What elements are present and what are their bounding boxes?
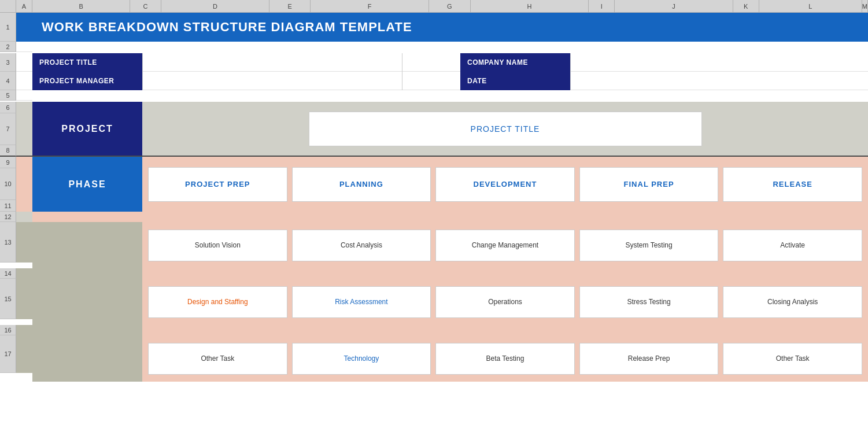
col-header-g: G [429, 0, 470, 12]
row-15: 15 Design and Staffing Risk Assessment O… [0, 279, 868, 325]
phase-section: PHASE PROJECT PREP PLANNING DEVELOPMENT … [32, 157, 868, 212]
row-17: 17 Other Task Technology Beta Testing Re… [0, 335, 868, 382]
row-num-6: 6 [0, 102, 16, 113]
task-change-management[interactable]: Change Management [435, 230, 575, 261]
col-a-5 [16, 90, 32, 101]
project-section-wrapper: 6 7 8 PROJECT PROJECT TITLE [0, 102, 868, 157]
phase-development[interactable]: DEVELOPMENT [435, 167, 575, 202]
task-cost-analysis[interactable]: Cost Analysis [292, 230, 431, 261]
task-release-prep[interactable]: Release Prep [579, 343, 719, 375]
row-num-11: 11 [0, 200, 16, 212]
task-row-3: Other Task Technology Beta Testing Relea… [32, 335, 868, 382]
row-num-16: 16 [0, 325, 16, 335]
spacer-4 [402, 72, 460, 90]
col-header-l: L [759, 0, 862, 12]
project-title-label: PROJECT TITLE [32, 53, 142, 72]
col-a-13 [16, 222, 32, 263]
row-num-17: 17 [0, 335, 16, 373]
task-operations[interactable]: Operations [435, 286, 575, 318]
col-a-1 [16, 13, 32, 42]
spacer-row-12 [32, 212, 868, 222]
col-header-b: B [32, 0, 130, 12]
task-label-spacer-16 [32, 325, 142, 335]
main-title: WORK BREAKDOWN STRUCTURE DIAGRAM TEMPLAT… [42, 20, 412, 35]
col-header-k: K [733, 0, 759, 12]
task-label-spacer-14 [32, 268, 142, 279]
spacer-row-5 [32, 90, 868, 102]
col-header-c: C [130, 0, 161, 12]
project-section: PROJECT PROJECT TITLE [32, 102, 868, 157]
row-5: 5 [0, 90, 868, 102]
col-header-a: A [16, 0, 32, 12]
spacer-row-2 [32, 42, 868, 53]
col-a-4 [16, 72, 32, 90]
spacer-3 [402, 53, 460, 72]
row-num-3: 3 [0, 53, 16, 72]
row-13: 13 Solution Vision Cost Analysis Change … [0, 222, 868, 268]
spacer-row-14 [32, 268, 868, 279]
project-title-value[interactable] [142, 53, 402, 72]
task-closing-analysis[interactable]: Closing Analysis [723, 286, 862, 318]
row-14: 14 [0, 268, 868, 279]
task-solution-vision[interactable]: Solution Vision [148, 230, 287, 261]
task-other-task-1[interactable]: Other Task [148, 343, 287, 375]
task-other-task-2[interactable]: Other Task [723, 343, 862, 375]
row-12: 12 [0, 212, 868, 222]
col-a-16 [16, 325, 32, 335]
task-stress-testing[interactable]: Stress Testing [579, 286, 719, 318]
row-num-15: 15 [0, 279, 16, 319]
col-a-12 [16, 212, 32, 222]
task-technology[interactable]: Technology [292, 343, 431, 375]
spacer-row-16 [32, 325, 868, 335]
row-num-13: 13 [0, 222, 16, 263]
col-a-2 [16, 42, 32, 52]
company-name-label: COMPANY NAME [460, 53, 570, 72]
col-header-d: D [161, 0, 269, 12]
task-label-col-2 [32, 279, 142, 325]
task-beta-testing[interactable]: Beta Testing [435, 343, 575, 375]
phase-label: PHASE [32, 157, 142, 212]
task-items-1: Solution Vision Cost Analysis Change Man… [142, 222, 868, 268]
col-a-6-8 [16, 102, 32, 157]
title-banner: WORK BREAKDOWN STRUCTURE DIAGRAM TEMPLAT… [32, 13, 868, 42]
row-num-2: 2 [0, 42, 16, 52]
project-title-area: PROJECT TITLE [142, 102, 868, 156]
task-design-staffing[interactable]: Design and Staffing [148, 286, 287, 318]
task-label-col-1 [32, 222, 142, 268]
task-risk-assessment[interactable]: Risk Assessment [292, 286, 431, 318]
task-label-col-3 [32, 335, 142, 382]
project-label: PROJECT [32, 102, 142, 156]
row-num-14: 14 [0, 268, 16, 279]
phase-items: PROJECT PREP PLANNING DEVELOPMENT FINAL … [142, 157, 868, 212]
row-num-1: 1 [0, 13, 16, 42]
task-activate[interactable]: Activate [723, 230, 862, 261]
project-manager-value[interactable] [142, 72, 402, 90]
phase-final-prep[interactable]: FINAL PREP [579, 167, 719, 202]
row-nums-6-8: 6 7 8 [0, 102, 16, 157]
phase-planning[interactable]: PLANNING [292, 167, 431, 202]
task-items-2: Design and Staffing Risk Assessment Oper… [142, 279, 868, 325]
task-system-testing[interactable]: System Testing [579, 230, 719, 261]
project-title-display[interactable]: PROJECT TITLE [309, 112, 702, 146]
phase-release[interactable]: RELEASE [723, 167, 862, 202]
col-a-9-11 [16, 157, 32, 212]
date-value[interactable] [570, 72, 868, 90]
row-num-12: 12 [0, 212, 16, 222]
row-3: 3 PROJECT TITLE COMPANY NAME [0, 53, 868, 72]
row-2: 2 [0, 42, 868, 53]
phase-project-prep[interactable]: PROJECT PREP [148, 167, 287, 202]
info-row-4: PROJECT MANAGER DATE [32, 72, 868, 90]
company-name-value[interactable] [570, 53, 868, 72]
row-num-9: 9 [0, 157, 16, 168]
task-row-2: Design and Staffing Risk Assessment Oper… [32, 279, 868, 325]
info-row-3: PROJECT TITLE COMPANY NAME [32, 53, 868, 72]
col-header-h: H [471, 0, 589, 12]
task-items-3: Other Task Technology Beta Testing Relea… [142, 335, 868, 382]
row-4: 4 PROJECT MANAGER DATE [0, 72, 868, 90]
corner-cell [0, 0, 16, 12]
date-label: DATE [460, 72, 570, 90]
col-header-e: E [269, 0, 311, 12]
col-a-15 [16, 279, 32, 319]
row-num-8: 8 [0, 145, 16, 157]
col-a-17 [16, 335, 32, 373]
